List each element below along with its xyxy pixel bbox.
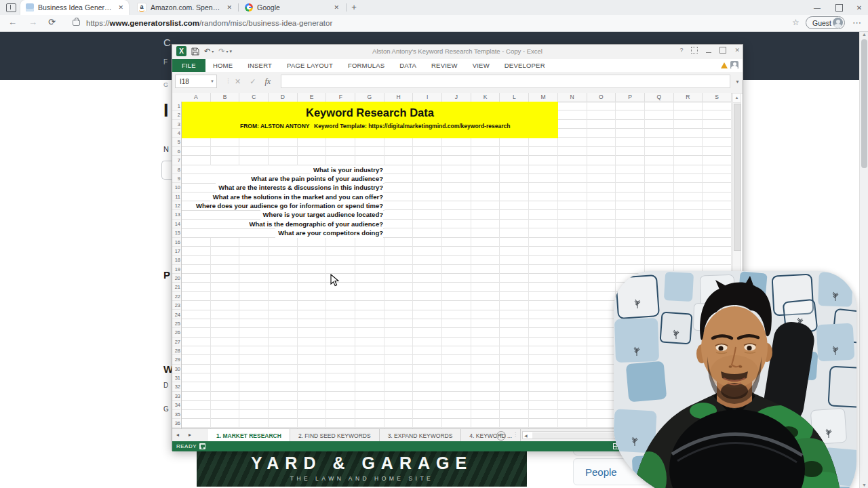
browser-tab-amazon[interactable]: a Amazon.com. Spend less. Smile ✕ [132, 0, 237, 15]
question-cell-row-8[interactable]: What is your industry? [311, 165, 383, 174]
ribbon-display-options-icon[interactable] [691, 47, 698, 54]
ribbon-tab-home[interactable]: HOME [205, 59, 240, 72]
column-header-S[interactable]: S [703, 93, 732, 102]
question-cell-row-11[interactable]: What are the solutions in the market and… [210, 192, 383, 201]
row-header-5[interactable]: 5 [172, 138, 180, 146]
row-header-12[interactable]: 12 [172, 201, 180, 210]
question-cell-row-12[interactable]: Where does your audience go for informat… [193, 201, 383, 210]
column-header-E[interactable]: E [298, 93, 327, 102]
row-header-32[interactable]: 32 [172, 382, 180, 391]
row-header-13[interactable]: 13 [172, 210, 180, 219]
row-header-7[interactable]: 7 [172, 156, 180, 165]
guest-profile-button[interactable]: Guest [806, 16, 845, 29]
scroll-left-icon[interactable]: ◀ [524, 433, 528, 438]
row-header-2[interactable]: 2 [172, 110, 180, 119]
reload-icon[interactable]: ⟳ [48, 17, 56, 27]
webpage-banner[interactable]: YARD & GARAGE THE LAWN AND HOME SITE [197, 450, 527, 487]
browser-tab-google[interactable]: Google ✕ [239, 0, 344, 15]
formula-input[interactable] [281, 75, 730, 88]
column-header-C[interactable]: C [239, 93, 269, 102]
column-header-K[interactable]: K [471, 93, 500, 102]
sheet-nav-arrows[interactable]: ◂▸ [176, 432, 201, 438]
column-header-J[interactable]: J [442, 93, 471, 102]
scroll-up-icon[interactable]: ▲ [860, 32, 868, 37]
column-header-L[interactable]: L [500, 93, 529, 102]
row-header-19[interactable]: 19 [172, 265, 180, 274]
row-header-26[interactable]: 26 [172, 328, 180, 337]
sign-in-icon[interactable] [730, 61, 738, 69]
row-headers[interactable]: 1234567891011121314151617181920212223242… [172, 102, 182, 428]
row-header-22[interactable]: 22 [172, 292, 180, 301]
vertical-scrollbar-thumb[interactable] [734, 104, 741, 251]
browser-scrollbar[interactable]: ▲ ▼ [859, 31, 868, 488]
formula-bar-expand-icon[interactable]: ▼ [735, 79, 740, 84]
ribbon-tab-developer[interactable]: DEVELOPER [497, 59, 553, 72]
name-box-dropdown-icon[interactable]: ▼ [210, 79, 214, 83]
question-cell-row-10[interactable]: What are the interests & discussions in … [216, 183, 383, 192]
row-header-15[interactable]: 15 [172, 228, 180, 237]
column-header-Q[interactable]: Q [645, 93, 674, 102]
insert-function-icon[interactable]: fx [264, 77, 271, 87]
excel-close-icon[interactable]: ✕ [734, 47, 740, 54]
column-header-R[interactable]: R [674, 93, 703, 102]
column-header-B[interactable]: B [211, 93, 240, 102]
tab-close-icon[interactable]: ✕ [226, 4, 232, 11]
row-header-18[interactable]: 18 [172, 256, 180, 264]
lock-icon[interactable] [73, 20, 80, 26]
question-cell-row-14[interactable]: What is the demographic of your audience… [247, 220, 383, 228]
row-header-20[interactable]: 20 [172, 274, 180, 283]
column-headers[interactable]: ABCDEFGHIJKLMNOPQRS [172, 93, 732, 102]
url-text[interactable]: https://www.generatorslist.com/random/mi… [86, 19, 332, 27]
ribbon-tab-page-layout[interactable]: PAGE LAYOUT [279, 59, 340, 72]
tab-close-icon[interactable]: ✕ [334, 4, 339, 11]
column-header-F[interactable]: F [326, 93, 355, 102]
row-header-30[interactable]: 30 [172, 365, 180, 373]
row-header-8[interactable]: 8 [172, 165, 180, 174]
scroll-up-icon[interactable]: ▲ [733, 94, 741, 103]
question-cell-row-13[interactable]: Where is your target audience located? [260, 210, 383, 219]
cancel-icon[interactable]: ✕ [235, 77, 241, 86]
favorites-star-icon[interactable]: ☆ [792, 18, 800, 27]
row-header-10[interactable]: 10 [172, 183, 180, 192]
more-menu-icon[interactable]: ⋯ [852, 18, 861, 28]
row-header-23[interactable]: 23 [172, 301, 180, 310]
enter-icon[interactable]: ✓ [250, 77, 256, 86]
column-header-N[interactable]: N [558, 93, 587, 102]
browser-scrollbar-thumb[interactable] [861, 39, 867, 168]
window-maximize-button[interactable] [829, 0, 849, 15]
row-header-31[interactable]: 31 [172, 373, 180, 382]
excel-help-icon[interactable]: ? [679, 47, 683, 54]
column-header-G[interactable]: G [355, 93, 384, 102]
row-header-6[interactable]: 6 [172, 147, 180, 156]
column-header-D[interactable]: D [269, 93, 298, 102]
sheet-tab-2[interactable]: 2. FIND SEED KEYWORDS [290, 429, 380, 442]
column-header-A[interactable]: A [182, 93, 211, 102]
tab-actions-icon[interactable] [6, 3, 16, 12]
row-header-34[interactable]: 34 [172, 401, 180, 409]
row-header-35[interactable]: 35 [172, 410, 180, 419]
row-header-24[interactable]: 24 [172, 310, 180, 319]
sheet-tab-1[interactable]: 1. MARKET RESEARCH [208, 428, 290, 442]
excel-minimize-icon[interactable] [706, 52, 711, 53]
question-cell-row-15[interactable]: What are your competitors doing? [275, 228, 383, 237]
column-header-O[interactable]: O [587, 93, 616, 102]
row-header-36[interactable]: 36 [172, 419, 180, 428]
question-cell-row-9[interactable]: What are the pain points of your audienc… [248, 174, 383, 183]
row-header-1[interactable]: 1 [172, 102, 180, 110]
window-close-button[interactable]: ✕ [849, 0, 868, 15]
row-header-17[interactable]: 17 [172, 247, 180, 256]
window-minimize-button[interactable]: — [807, 0, 827, 15]
row-header-14[interactable]: 14 [172, 220, 180, 228]
row-header-9[interactable]: 9 [172, 174, 180, 183]
excel-maximize-icon[interactable] [719, 47, 726, 54]
row-header-4[interactable]: 4 [172, 129, 180, 138]
column-header-M[interactable]: M [529, 93, 558, 102]
ribbon-tab-file[interactable]: FILE [172, 59, 205, 72]
sheet-tab-3[interactable]: 3. EXPAND KEYWORDS [380, 429, 462, 442]
row-header-16[interactable]: 16 [172, 238, 180, 247]
ribbon-tab-view[interactable]: VIEW [465, 59, 497, 72]
row-header-29[interactable]: 29 [172, 355, 180, 364]
ribbon-tab-insert[interactable]: INSERT [240, 59, 279, 72]
name-box[interactable]: I18▼ [175, 75, 217, 88]
row-header-21[interactable]: 21 [172, 283, 180, 291]
